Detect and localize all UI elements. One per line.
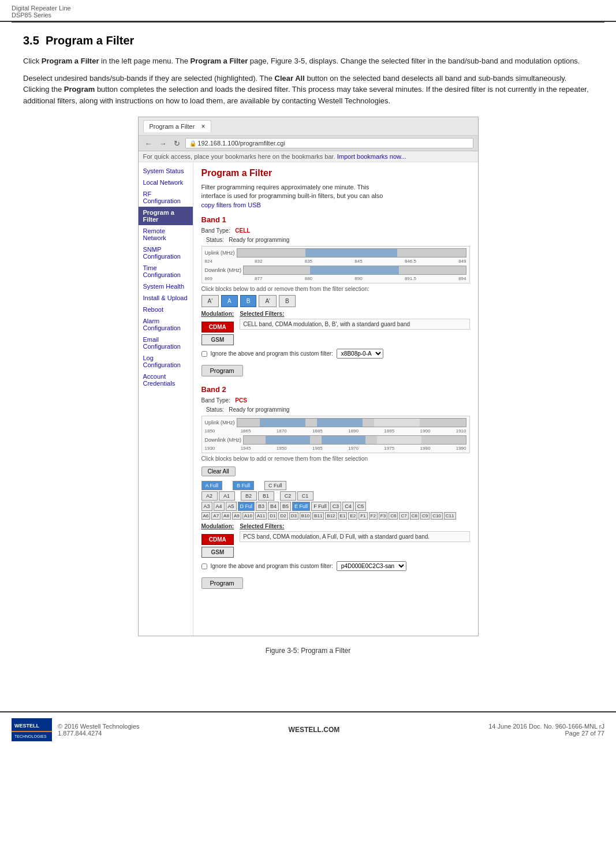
band1-gsm-btn[interactable]: GSM [201,334,234,345]
band1-modulation-section: Modulation: CDMA GSM Selected Filters: C… [201,311,470,345]
tab-close-icon[interactable]: × [201,122,205,130]
doc-header: Digital Repeater Line DSP85 Series [0,0,616,22]
band2-row1: A Full B Full C Full [201,481,470,490]
band2-b1[interactable]: B1 [258,491,274,501]
band2-clear-all-button[interactable]: Clear All [201,466,236,476]
band2-c10[interactable]: C10 [431,512,443,520]
nav-program-filter[interactable]: Program a Filter [139,207,193,225]
band2-custom-filter-checkbox[interactable] [201,563,207,569]
band1-filter-desc-area: Selected Filters: CELL band, CDMA modula… [240,311,469,330]
band1-block-b[interactable]: B [240,295,257,307]
figure-caption: Figure 3-5: Program a Filter [23,647,593,655]
forward-button[interactable]: → [158,139,169,148]
band1-block-aprime2[interactable]: A' [259,295,277,307]
band2-f2[interactable]: F2 [369,512,378,520]
browser-page: System Status Local Network RF Configura… [139,162,478,636]
band2-a5[interactable]: A5 [226,502,237,511]
band1-filter-desc: CELL band, CDMA modulation, B, B', with … [240,319,469,330]
nav-alarm-configuration[interactable]: Alarm Configuration [139,315,193,334]
band2-custom-filter-select[interactable]: p4D000E0C2C3-san [337,561,406,571]
browser-tab[interactable]: Program a Filter × [143,120,212,132]
band2-bfull[interactable]: B Full [233,481,254,490]
band2-b12[interactable]: B12 [325,512,337,520]
nav-remote-network[interactable]: Remote Network [139,225,193,244]
reload-button[interactable]: ↻ [172,139,182,148]
band2-cdma-btn[interactable]: CDMA [201,534,234,545]
band2-f3[interactable]: F3 [379,512,387,520]
band1-block-aprime1[interactable]: A' [201,295,219,307]
band2-c2[interactable]: C2 [280,491,296,501]
band2-spectrum: Uplink (MHz) 185018651870188518901895190… [201,416,470,453]
nav-system-status[interactable]: System Status [139,165,193,177]
nav-account-credentials[interactable]: Account Credentials [139,371,193,389]
band1-program-button[interactable]: Program [201,365,243,376]
band1-click-instruction: Click blocks below to add or remove them… [201,286,470,292]
nav-system-health[interactable]: System Health [139,281,193,292]
band2-c4[interactable]: C4 [342,502,354,511]
band2-e2[interactable]: E2 [348,512,357,520]
band2-downlink-ticks: 19301945195019651970197519801990 [205,446,466,451]
band2-a3[interactable]: A3 [201,502,212,511]
band2-afull[interactable]: A Full [201,481,223,490]
nav-rf-configuration[interactable]: RF Configuration [139,188,193,207]
band2-c3[interactable]: C3 [330,502,342,511]
band2-a8[interactable]: A8 [222,512,231,520]
band2-efull[interactable]: E Full [292,502,310,511]
band2-b4[interactable]: B4 [268,502,279,511]
nav-snmp-configuration[interactable]: SNMP Configuration [139,244,193,262]
nav-reboot[interactable]: Reboot [139,304,193,315]
url-bar[interactable]: 🔒 192.168.1.100/programfilter.cgi [185,138,473,148]
band2-a4[interactable]: A4 [214,502,225,511]
band1-cdma-btn[interactable]: CDMA [201,322,234,333]
band2-d3[interactable]: D3 [289,512,298,520]
left-nav: System Status Local Network RF Configura… [139,162,193,636]
nav-install-upload[interactable]: Install & Upload [139,292,193,304]
back-button[interactable]: ← [143,139,154,148]
band2-filter-desc-area: Selected Filters: PCS band, CDMA modulat… [240,523,469,542]
band1-block-b2[interactable]: B [279,295,296,307]
band2-f1[interactable]: F1 [359,512,367,520]
uplink-ticks: 824832835845846.5849 [205,259,466,264]
page-number: Page 27 of 77 [488,730,604,737]
band2-b2[interactable]: B2 [241,491,257,501]
band2-c8[interactable]: C8 [410,512,419,520]
band2-dfull[interactable]: D Ful [238,502,255,511]
band1-type: Band Type: CELL [201,227,470,234]
band2-row2: A2 A1 B2 B1 C2 C1 [201,491,470,501]
nav-time-configuration[interactable]: Time Configuration [139,262,193,281]
band1-block-a[interactable]: A [221,295,238,307]
band2-a9[interactable]: A9 [232,512,241,520]
band2-c5[interactable]: C5 [355,502,367,511]
band2-d2[interactable]: D2 [278,512,288,520]
band2-d1[interactable]: D1 [268,512,277,520]
band2-cfull[interactable]: C Full [264,481,286,490]
band2-b11[interactable]: B11 [312,512,324,520]
band2-program-button[interactable]: Program [201,577,243,589]
band2-c9[interactable]: C9 [420,512,430,520]
nav-local-network[interactable]: Local Network [139,177,193,188]
band2-b10[interactable]: B10 [300,512,311,520]
band1-custom-filter-checkbox[interactable] [201,351,207,357]
nav-log-configuration[interactable]: Log Configuration [139,352,193,371]
band2-a10[interactable]: A10 [242,512,254,520]
band2-a2[interactable]: A2 [201,491,218,501]
nav-email-configuration[interactable]: Email Configuration [139,334,193,352]
band2-c1[interactable]: C1 [297,491,313,501]
band1-custom-filter-select[interactable]: x8B08p-0-A [337,349,383,359]
band2-a6[interactable]: A6 [201,512,211,520]
band2-c7[interactable]: C7 [399,512,408,520]
import-bookmarks-link[interactable]: Import bookmarks now... [337,153,406,160]
band2-a11[interactable]: A11 [255,512,267,520]
band2-e1[interactable]: E1 [338,512,348,520]
band2-a1[interactable]: A1 [219,491,235,501]
band2-c6[interactable]: C6 [389,512,398,520]
band2-ffull[interactable]: F Full [311,502,329,511]
band2-c11[interactable]: C11 [444,512,456,520]
band2-b3[interactable]: B3 [256,502,267,511]
band2-blocks-grid[interactable]: A Full B Full C Full A2 A1 B2 B1 [201,481,470,520]
band2-b5[interactable]: B5 [280,502,291,511]
band2-a7[interactable]: A7 [211,512,221,520]
copy-filters-link[interactable]: copy filters from USB [201,201,261,208]
band1-blocks[interactable]: A' A B A' B [201,295,470,307]
band2-gsm-btn[interactable]: GSM [201,547,234,558]
